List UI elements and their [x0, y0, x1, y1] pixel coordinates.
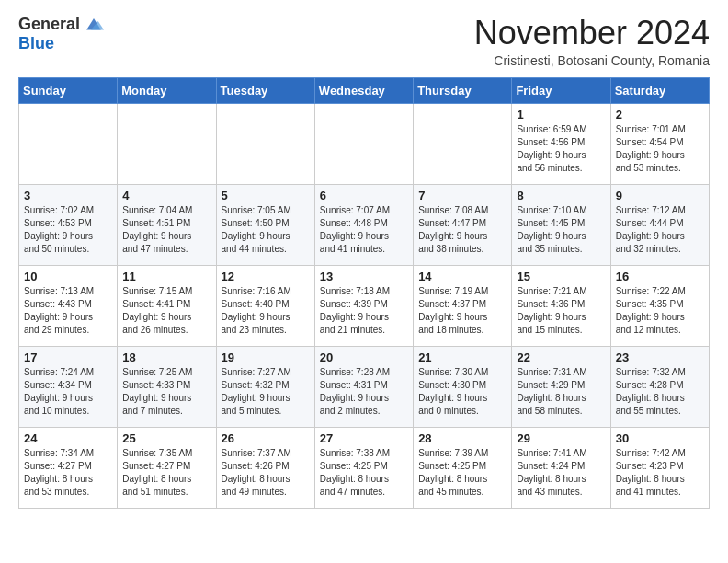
day-number: 24 — [24, 431, 112, 445]
calendar-cell: 17Sunrise: 7:24 AM Sunset: 4:34 PM Dayli… — [19, 346, 118, 427]
day-info: Sunrise: 7:32 AM Sunset: 4:28 PM Dayligh… — [616, 366, 704, 418]
month-title: November 2024 — [474, 15, 710, 52]
day-number: 8 — [517, 189, 605, 202]
header-thursday: Thursday — [414, 77, 512, 103]
calendar-cell: 1Sunrise: 6:59 AM Sunset: 4:56 PM Daylig… — [512, 103, 610, 184]
calendar-cell: 10Sunrise: 7:13 AM Sunset: 4:43 PM Dayli… — [19, 265, 118, 346]
day-number: 21 — [418, 350, 506, 364]
logo-icon — [84, 17, 104, 33]
title-block: November 2024 Cristinesti, Botosani Coun… — [474, 15, 710, 68]
calendar-cell: 29Sunrise: 7:41 AM Sunset: 4:24 PM Dayli… — [512, 427, 610, 508]
calendar-cell — [19, 103, 118, 184]
day-number: 16 — [616, 270, 704, 283]
day-number: 14 — [418, 270, 506, 283]
calendar-cell: 14Sunrise: 7:19 AM Sunset: 4:37 PM Dayli… — [414, 265, 512, 346]
calendar-cell: 16Sunrise: 7:22 AM Sunset: 4:35 PM Dayli… — [610, 265, 709, 346]
calendar: Sunday Monday Tuesday Wednesday Thursday… — [18, 77, 710, 509]
header-monday: Monday — [118, 77, 216, 103]
calendar-cell: 9Sunrise: 7:12 AM Sunset: 4:44 PM Daylig… — [610, 184, 709, 265]
calendar-cell: 11Sunrise: 7:15 AM Sunset: 4:41 PM Dayli… — [118, 265, 216, 346]
calendar-cell: 12Sunrise: 7:16 AM Sunset: 4:40 PM Dayli… — [216, 265, 314, 346]
day-info: Sunrise: 7:08 AM Sunset: 4:47 PM Dayligh… — [418, 204, 506, 256]
day-info: Sunrise: 7:41 AM Sunset: 4:24 PM Dayligh… — [517, 447, 605, 499]
calendar-cell: 22Sunrise: 7:31 AM Sunset: 4:29 PM Dayli… — [512, 346, 610, 427]
day-number: 5 — [222, 189, 310, 202]
day-info: Sunrise: 7:16 AM Sunset: 4:40 PM Dayligh… — [222, 285, 310, 337]
day-info: Sunrise: 7:19 AM Sunset: 4:37 PM Dayligh… — [418, 285, 506, 337]
calendar-cell: 20Sunrise: 7:28 AM Sunset: 4:31 PM Dayli… — [314, 346, 413, 427]
day-number: 29 — [517, 431, 605, 445]
calendar-cell: 19Sunrise: 7:27 AM Sunset: 4:32 PM Dayli… — [216, 346, 314, 427]
calendar-cell: 23Sunrise: 7:32 AM Sunset: 4:28 PM Dayli… — [610, 346, 709, 427]
day-number: 4 — [122, 189, 210, 202]
day-info: Sunrise: 7:35 AM Sunset: 4:27 PM Dayligh… — [122, 447, 210, 499]
calendar-cell — [216, 103, 314, 184]
calendar-week-2: 3Sunrise: 7:02 AM Sunset: 4:53 PM Daylig… — [19, 184, 710, 265]
subtitle: Cristinesti, Botosani County, Romania — [474, 53, 710, 68]
day-number: 28 — [418, 431, 506, 445]
day-number: 23 — [616, 350, 704, 364]
calendar-week-3: 10Sunrise: 7:13 AM Sunset: 4:43 PM Dayli… — [19, 265, 710, 346]
day-info: Sunrise: 7:10 AM Sunset: 4:45 PM Dayligh… — [517, 204, 605, 256]
day-info: Sunrise: 7:42 AM Sunset: 4:23 PM Dayligh… — [616, 447, 704, 499]
day-number: 19 — [222, 350, 310, 364]
day-info: Sunrise: 7:34 AM Sunset: 4:27 PM Dayligh… — [24, 447, 112, 499]
day-number: 10 — [24, 270, 112, 283]
day-number: 26 — [222, 431, 310, 445]
day-info: Sunrise: 7:27 AM Sunset: 4:32 PM Dayligh… — [222, 366, 310, 418]
day-number: 7 — [418, 189, 506, 202]
calendar-week-1: 1Sunrise: 6:59 AM Sunset: 4:56 PM Daylig… — [19, 103, 710, 184]
day-info: Sunrise: 7:31 AM Sunset: 4:29 PM Dayligh… — [517, 366, 605, 418]
calendar-cell — [314, 103, 413, 184]
header-friday: Friday — [512, 77, 610, 103]
day-number: 6 — [320, 189, 408, 202]
calendar-cell: 24Sunrise: 7:34 AM Sunset: 4:27 PM Dayli… — [19, 427, 118, 508]
calendar-week-4: 17Sunrise: 7:24 AM Sunset: 4:34 PM Dayli… — [19, 346, 710, 427]
day-number: 13 — [320, 270, 408, 283]
calendar-cell: 15Sunrise: 7:21 AM Sunset: 4:36 PM Dayli… — [512, 265, 610, 346]
day-info: Sunrise: 7:25 AM Sunset: 4:33 PM Dayligh… — [122, 366, 210, 418]
day-number: 30 — [616, 431, 704, 445]
day-number: 2 — [616, 108, 704, 121]
day-number: 15 — [517, 270, 605, 283]
weekday-header-row: Sunday Monday Tuesday Wednesday Thursday… — [19, 77, 710, 103]
day-info: Sunrise: 7:04 AM Sunset: 4:51 PM Dayligh… — [122, 204, 210, 256]
calendar-cell: 8Sunrise: 7:10 AM Sunset: 4:45 PM Daylig… — [512, 184, 610, 265]
calendar-cell: 26Sunrise: 7:37 AM Sunset: 4:26 PM Dayli… — [216, 427, 314, 508]
logo: General Blue — [18, 15, 104, 53]
calendar-week-5: 24Sunrise: 7:34 AM Sunset: 4:27 PM Dayli… — [19, 427, 710, 508]
calendar-cell: 7Sunrise: 7:08 AM Sunset: 4:47 PM Daylig… — [414, 184, 512, 265]
day-number: 20 — [320, 350, 408, 364]
day-number: 25 — [122, 431, 210, 445]
day-info: Sunrise: 7:21 AM Sunset: 4:36 PM Dayligh… — [517, 285, 605, 337]
header-tuesday: Tuesday — [216, 77, 314, 103]
calendar-cell: 21Sunrise: 7:30 AM Sunset: 4:30 PM Dayli… — [414, 346, 512, 427]
day-number: 12 — [222, 270, 310, 283]
day-info: Sunrise: 7:24 AM Sunset: 4:34 PM Dayligh… — [24, 366, 112, 418]
page: General Blue November 2024 Cristinesti, … — [0, 0, 728, 523]
day-info: Sunrise: 7:37 AM Sunset: 4:26 PM Dayligh… — [222, 447, 310, 499]
header-wednesday: Wednesday — [314, 77, 413, 103]
day-info: Sunrise: 7:18 AM Sunset: 4:39 PM Dayligh… — [320, 285, 408, 337]
calendar-cell: 2Sunrise: 7:01 AM Sunset: 4:54 PM Daylig… — [610, 103, 709, 184]
header: General Blue November 2024 Cristinesti, … — [18, 15, 710, 68]
day-number: 11 — [122, 270, 210, 283]
calendar-cell — [414, 103, 512, 184]
day-info: Sunrise: 6:59 AM Sunset: 4:56 PM Dayligh… — [517, 123, 605, 175]
day-number: 17 — [24, 350, 112, 364]
day-number: 18 — [122, 350, 210, 364]
logo-general: General — [18, 15, 80, 34]
day-info: Sunrise: 7:38 AM Sunset: 4:25 PM Dayligh… — [320, 447, 408, 499]
day-info: Sunrise: 7:30 AM Sunset: 4:30 PM Dayligh… — [418, 366, 506, 418]
day-number: 22 — [517, 350, 605, 364]
calendar-cell: 18Sunrise: 7:25 AM Sunset: 4:33 PM Dayli… — [118, 346, 216, 427]
day-info: Sunrise: 7:22 AM Sunset: 4:35 PM Dayligh… — [616, 285, 704, 337]
calendar-cell: 27Sunrise: 7:38 AM Sunset: 4:25 PM Dayli… — [314, 427, 413, 508]
calendar-cell: 28Sunrise: 7:39 AM Sunset: 4:25 PM Dayli… — [414, 427, 512, 508]
calendar-cell: 4Sunrise: 7:04 AM Sunset: 4:51 PM Daylig… — [118, 184, 216, 265]
day-info: Sunrise: 7:39 AM Sunset: 4:25 PM Dayligh… — [418, 447, 506, 499]
day-info: Sunrise: 7:12 AM Sunset: 4:44 PM Dayligh… — [616, 204, 704, 256]
day-info: Sunrise: 7:07 AM Sunset: 4:48 PM Dayligh… — [320, 204, 408, 256]
calendar-cell: 30Sunrise: 7:42 AM Sunset: 4:23 PM Dayli… — [610, 427, 709, 508]
day-info: Sunrise: 7:05 AM Sunset: 4:50 PM Dayligh… — [222, 204, 310, 256]
